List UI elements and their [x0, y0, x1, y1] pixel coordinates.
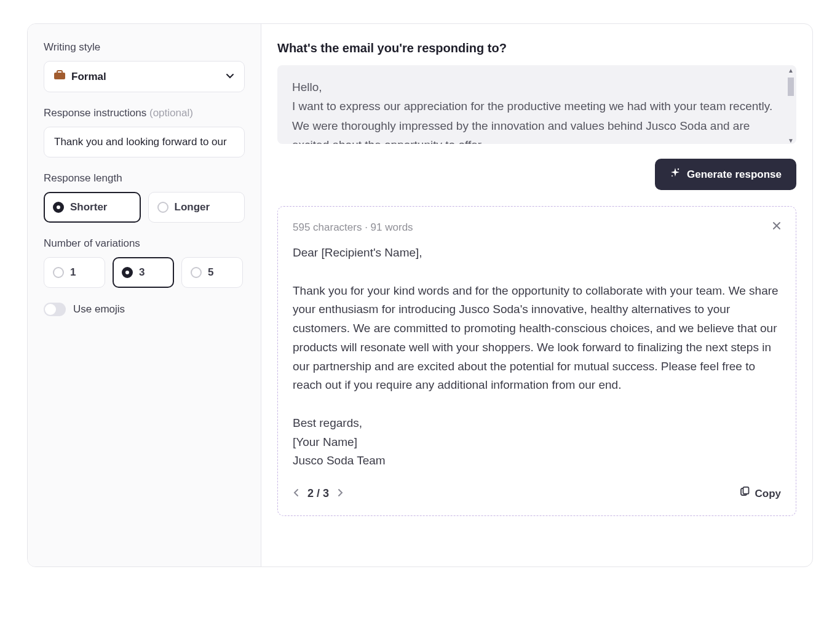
response-body: Dear [Recipient's Name], Thank you for y…: [293, 244, 781, 471]
radio-dot-icon: [53, 202, 64, 213]
emojis-toggle[interactable]: [44, 303, 66, 316]
writing-style-label: Writing style: [44, 41, 245, 54]
svg-point-2: [678, 169, 679, 170]
copy-label: Copy: [755, 488, 782, 500]
scroll-up-icon: ▲: [788, 68, 794, 74]
length-shorter-option[interactable]: Shorter: [44, 192, 141, 223]
scrollbar[interactable]: ▲ ▼: [787, 68, 795, 144]
emojis-toggle-row: Use emojis: [44, 303, 245, 316]
svg-rect-1: [57, 71, 62, 73]
response-footer: 2 / 3 Copy: [293, 487, 781, 501]
response-meta: 595 characters · 91 words: [293, 221, 781, 234]
emojis-label: Use emojis: [73, 303, 125, 316]
close-icon[interactable]: [772, 220, 781, 233]
app-panel: Writing style Formal Response instructio…: [27, 23, 813, 567]
email-textarea-wrap: ▲ ▼: [277, 65, 796, 146]
variations-options: 1 3 5: [44, 257, 245, 288]
response-length-label: Response length: [44, 172, 245, 185]
sparkle-icon: [670, 167, 681, 181]
page-indicator: 2 / 3: [307, 487, 329, 500]
response-instructions-input-wrap: [44, 127, 245, 157]
email-textarea[interactable]: [277, 65, 796, 144]
radio-dot-icon: [122, 267, 133, 278]
settings-sidebar: Writing style Formal Response instructio…: [28, 24, 261, 566]
main-panel: What's the email you're responding to? ▲…: [261, 24, 812, 566]
copy-icon: [739, 487, 750, 501]
prompt-heading: What's the email you're responding to?: [277, 41, 796, 55]
scroll-down-icon: ▼: [788, 138, 794, 144]
prev-page-button[interactable]: [293, 488, 299, 499]
svg-point-3: [672, 175, 673, 177]
variation-5-option[interactable]: 5: [181, 257, 243, 288]
variations-label: Number of variations: [44, 237, 245, 250]
svg-rect-5: [743, 487, 748, 494]
response-card: 595 characters · 91 words Dear [Recipien…: [277, 206, 796, 516]
response-instructions-input[interactable]: [54, 136, 234, 148]
variation-1-option[interactable]: 1: [44, 257, 105, 288]
response-length-options: Shorter Longer: [44, 192, 245, 223]
chevron-down-icon: [226, 71, 234, 83]
response-pager: 2 / 3: [293, 487, 344, 500]
copy-button[interactable]: Copy: [739, 487, 782, 501]
length-longer-option[interactable]: Longer: [148, 192, 245, 223]
generate-row: Generate response: [277, 159, 796, 190]
generate-response-button[interactable]: Generate response: [655, 159, 796, 190]
radio-dot-icon: [191, 267, 202, 278]
radio-dot-icon: [157, 202, 168, 213]
variation-3-option[interactable]: 3: [113, 257, 174, 288]
writing-style-select[interactable]: Formal: [44, 61, 245, 92]
generate-label: Generate response: [687, 169, 782, 181]
writing-style-value: Formal: [71, 71, 106, 83]
radio-dot-icon: [53, 267, 64, 278]
next-page-button[interactable]: [338, 488, 344, 499]
response-instructions-label: Response instructions (optional): [44, 107, 245, 119]
briefcase-icon: [54, 70, 65, 83]
